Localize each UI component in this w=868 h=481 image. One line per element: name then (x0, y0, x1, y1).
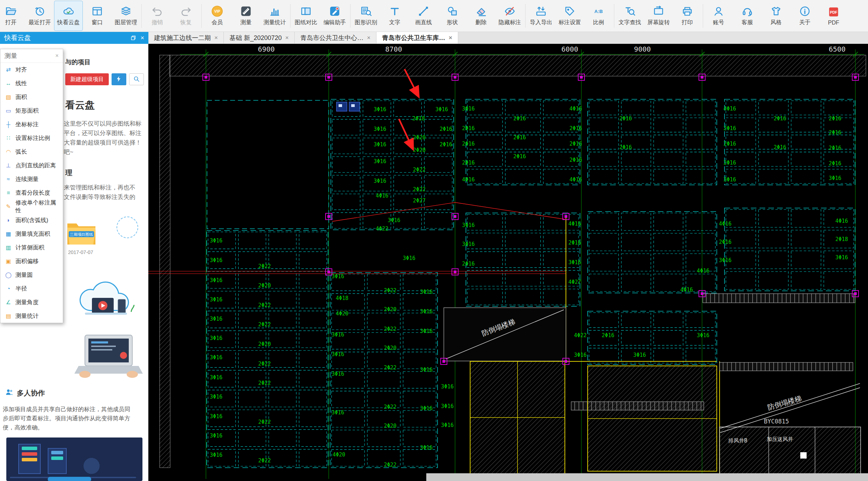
print-icon (681, 5, 693, 19)
tab-drawing-0[interactable]: 建筑施工边线一二期× (148, 32, 224, 44)
svg-text:2Φ20: 2Φ20 (384, 306, 396, 313)
cad-canvas[interactable]: 690087006000900065003Φ163Φ162Φ183Φ162Φ16… (148, 44, 868, 481)
menu-item-measure-stats[interactable]: ▤测量统计 (0, 309, 63, 323)
new-super-project-button[interactable]: 新建超级项目 (65, 73, 109, 85)
float-panel-icon[interactable] (131, 35, 136, 41)
toolbar-item-label: 测量 (240, 19, 252, 26)
tab-drawing-3[interactable]: 青岛市公共卫生车库…× (376, 32, 458, 44)
svg-text:3Φ16: 3Φ16 (719, 257, 732, 263)
toolbar-item-text[interactable]: 文字 (380, 1, 409, 31)
main-toolbar: 打开最近打开快看云盘窗口图层管理撤销恢复VIP会员测量测量统计图纸对比编辑助手图… (0, 0, 868, 32)
toolbar-item-edit-assistant[interactable]: 编辑助手 (320, 1, 349, 31)
menu-item-label: 面积偏移 (15, 258, 39, 265)
svg-text:4Φ16: 4Φ16 (680, 287, 693, 293)
toolbar-item-print[interactable]: 打印 (673, 1, 702, 31)
toolbar-item-annotation-settings[interactable]: 标注设置 (555, 1, 584, 31)
svg-text:2Φ18: 2Φ18 (835, 236, 848, 242)
menu-item-arc-length[interactable]: ◠弧长 (0, 145, 63, 159)
svg-text:3Φ16: 3Φ16 (210, 316, 222, 322)
cad-drawing[interactable]: 690087006000900065003Φ163Φ162Φ183Φ162Φ16… (148, 44, 868, 481)
toolbar-item-draw-line[interactable]: 画直线 (409, 1, 438, 31)
svg-text:3Φ16: 3Φ16 (403, 255, 415, 261)
svg-text:2Φ22: 2Φ22 (258, 263, 271, 269)
menu-item-point-to-line[interactable]: ⊥点到直线的距离 (0, 159, 63, 172)
svg-text:3Φ16: 3Φ16 (210, 394, 222, 400)
svg-text:2Φ16: 2Φ16 (829, 160, 841, 167)
svg-text:2Φ16: 2Φ16 (723, 160, 736, 166)
svg-text:排风井B: 排风井B (728, 437, 747, 444)
menu-item-rect-area[interactable]: ▭矩形面积 (0, 104, 63, 118)
measure-stats-icon: ▤ (5, 313, 12, 319)
svg-text:2Φ22: 2Φ22 (384, 326, 396, 332)
toolbar-item-style[interactable]: 风格 (762, 1, 790, 31)
toolbar-item-vip[interactable]: VIP会员 (203, 1, 232, 31)
cloud-sync-illustration (69, 268, 144, 330)
tab-drawing-2[interactable]: 青岛市公共卫生中心…× (295, 32, 376, 44)
toolbar-item-cloud[interactable]: 快看云盘 (54, 1, 83, 31)
search-button[interactable] (129, 73, 144, 85)
toolbar-item-undo[interactable]: 撤销 (143, 1, 172, 31)
menu-item-measure-circle[interactable]: ◯测量圆 (0, 268, 63, 282)
angle-icon: ∠ (5, 299, 12, 306)
toolbar-item-recent[interactable]: 最近打开 (25, 1, 54, 31)
svg-text:4Φ16: 4Φ16 (569, 176, 582, 183)
menu-item-scale-ratio[interactable]: ∷设置标注比例 (0, 131, 63, 145)
toolbar-item-shapes[interactable]: 形状 (438, 1, 467, 31)
area-icon: ▧ (5, 94, 12, 100)
menu-item-coordinate[interactable]: ┼坐标标注 (0, 118, 63, 131)
toolbar-item-account[interactable]: 账号 (704, 1, 733, 31)
toolbar-item-hide-annotation[interactable]: 隐藏标注 (495, 1, 524, 31)
tab-label: 基础 新_20200720 (229, 34, 282, 42)
toolbar-item-open[interactable]: 打开 (0, 1, 25, 31)
svg-text:2Φ16: 2Φ16 (774, 144, 786, 151)
toolbar-item-pdf[interactable]: PDFPDF (819, 1, 848, 31)
redo-icon (180, 5, 192, 19)
svg-text:3Φ16: 3Φ16 (388, 217, 400, 223)
toolbar-item-import-export[interactable]: 导入导出 (527, 1, 555, 31)
toolbar-item-about[interactable]: 关于 (790, 1, 819, 31)
menu-item-fill-area[interactable]: ▦测量填充面积 (0, 227, 63, 241)
tab-close-icon[interactable]: × (285, 34, 289, 41)
svg-text:2Φ16: 2Φ16 (829, 145, 841, 151)
menu-item-area-with-arc[interactable]: ◗面积(含弧线) (0, 213, 63, 227)
menu-item-edit-attribute[interactable]: ✎修改单个标注属性 (0, 200, 63, 213)
toolbar-item-compare[interactable]: 图纸对比 (292, 1, 320, 31)
toolbar-item-delete[interactable]: 删除 (467, 1, 495, 31)
menu-item-linear[interactable]: ↔线性 (0, 76, 63, 90)
toolbar-item-ratio[interactable]: A:B比例 (584, 1, 613, 31)
refresh-button[interactable] (112, 73, 126, 85)
menu-item-continuous-measure[interactable]: ≈连续测量 (0, 172, 63, 186)
menu-item-angle[interactable]: ∠测量角度 (0, 295, 63, 309)
svg-text:2Φ16: 2Φ16 (462, 160, 475, 166)
menu-close-icon[interactable]: × (54, 53, 60, 59)
toolbar-item-service[interactable]: 客服 (733, 1, 762, 31)
tab-close-icon[interactable]: × (214, 34, 218, 41)
toolbar-item-find-text[interactable]: 文字查找 (615, 1, 644, 31)
menu-item-area-offset[interactable]: ▣面积偏移 (0, 254, 63, 268)
toolbar-item-redo[interactable]: 恢复 (172, 1, 200, 31)
menu-item-area[interactable]: ▧面积 (0, 90, 63, 104)
menu-item-align[interactable]: ⇄对齐 (0, 63, 63, 76)
pdf-icon: PDF (828, 6, 840, 19)
about-icon (799, 5, 811, 19)
toolbar-item-measure-stats[interactable]: 测量统计 (260, 1, 289, 31)
toolbar-item-shape-recognition[interactable]: 图形识别 (352, 1, 380, 31)
tab-drawing-1[interactable]: 基础 新_20200720× (224, 32, 295, 44)
menu-item-side-area[interactable]: ▥计算侧面积 (0, 241, 63, 254)
edit-assistant-icon (329, 5, 341, 19)
svg-text:3Φ16: 3Φ16 (462, 106, 475, 112)
tab-close-icon[interactable]: × (367, 34, 370, 41)
toolbar-item-window[interactable]: 窗口 (83, 1, 112, 31)
svg-text:BYC0815: BYC0815 (764, 418, 789, 425)
toolbar-item-measure[interactable]: 测量 (232, 1, 260, 31)
menu-item-segment-length[interactable]: ≡查看分段长度 (0, 186, 63, 200)
toolbar-item-screen-rotate[interactable]: 屏幕旋转 (644, 1, 673, 31)
svg-text:4Φ22: 4Φ22 (376, 226, 388, 232)
svg-text:4Φ16: 4Φ16 (697, 268, 709, 274)
measure-circle-icon: ◯ (5, 272, 12, 278)
toolbar-item-layers[interactable]: 图层管理 (112, 1, 140, 31)
menu-item-radius[interactable]: ◔半径 (0, 282, 63, 295)
bottom-action-button[interactable] (48, 477, 91, 481)
close-panel-icon[interactable]: × (140, 34, 144, 42)
tab-close-icon[interactable]: × (449, 34, 452, 41)
